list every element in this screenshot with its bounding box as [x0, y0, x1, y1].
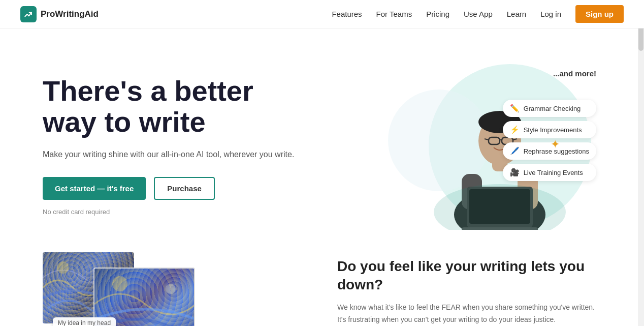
nav-links: Features For Teams Pricing Use App Learn…: [332, 5, 624, 23]
hero-illustration: ...and more! ✏️ Grammar Checking ⚡ Style…: [358, 59, 601, 232]
logo-icon: [20, 6, 37, 22]
nav-use-app[interactable]: Use App: [464, 10, 493, 18]
second-text: We know what it's like to feel the FEAR …: [337, 302, 601, 326]
no-card-text: No credit card required: [43, 208, 294, 216]
hero-subtitle: Make your writing shine with our all-in-…: [43, 148, 294, 161]
second-right-content: Do you feel like your writing lets you d…: [337, 252, 601, 325]
pill-grammar: ✏️ Grammar Checking: [503, 100, 596, 117]
purchase-button[interactable]: Purchase: [154, 177, 215, 200]
hero-section: There's a better way to write Make your …: [2, 28, 642, 252]
pill-style: ⚡ Style Improvements: [503, 121, 596, 138]
svg-point-14: [434, 184, 566, 230]
nav-learn[interactable]: Learn: [507, 10, 526, 18]
my-idea-badge: My idea in my head: [53, 317, 116, 326]
navbar: ProWritingAid Features For Teams Pricing…: [0, 0, 644, 28]
svg-point-15: [57, 261, 69, 274]
scrollbar-track[interactable]: [638, 0, 644, 326]
hero-left: There's a better way to write Make your …: [43, 75, 294, 216]
painting-stack: My idea in my head: [43, 252, 215, 326]
second-title: Do you feel like your writing lets you d…: [337, 257, 601, 294]
get-started-button[interactable]: Get started — it's free: [43, 177, 146, 200]
sparkle-icon: ✦: [551, 138, 560, 151]
grammar-icon: ✏️: [510, 104, 520, 113]
hero-title: There's a better way to write: [43, 75, 294, 138]
and-more-badge: ...and more!: [553, 69, 596, 78]
pill-training: 🎥 Live Training Events: [503, 164, 596, 181]
signup-button[interactable]: Sign up: [575, 5, 624, 23]
feature-pills: ✏️ Grammar Checking ⚡ Style Improvements…: [503, 100, 596, 181]
second-section: My idea in my head Do you feel like your…: [2, 252, 642, 326]
logo-text: ProWritingAid: [41, 9, 99, 19]
pill-training-label: Live Training Events: [524, 169, 583, 176]
style-icon: ⚡: [510, 125, 520, 134]
training-icon: 🎥: [510, 168, 520, 177]
nav-features[interactable]: Features: [332, 10, 362, 18]
logo-link[interactable]: ProWritingAid: [20, 6, 99, 22]
pill-grammar-label: Grammar Checking: [524, 105, 581, 112]
nav-log-in[interactable]: Log in: [540, 10, 561, 18]
painting-section: My idea in my head: [43, 252, 307, 326]
hero-actions: Get started — it's free Purchase: [43, 177, 294, 200]
nav-pricing[interactable]: Pricing: [426, 10, 449, 18]
svg-point-17: [112, 276, 127, 291]
nav-for-teams[interactable]: For Teams: [376, 10, 412, 18]
svg-point-18: [166, 284, 176, 294]
pill-style-label: Style Improvements: [524, 126, 582, 134]
rephrase-icon: 🖊️: [510, 146, 520, 156]
pill-rephrase: 🖊️ Rephrase suggestions: [503, 142, 596, 160]
